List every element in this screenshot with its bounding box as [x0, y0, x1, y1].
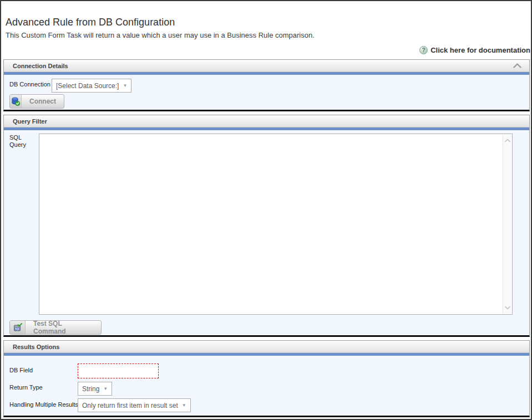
- handling-multiple-results-select[interactable]: Only return first item in result set ▼: [78, 398, 191, 412]
- db-field-input[interactable]: [78, 363, 159, 378]
- chevron-down-icon: ▼: [182, 403, 186, 408]
- return-type-select[interactable]: String ▼: [78, 382, 112, 396]
- results-options-title: Results Options: [4, 344, 59, 350]
- advanced-rule-config-window: Advanced Rule from DB Configuration This…: [0, 0, 532, 420]
- sql-query-label-line1: SQL: [9, 134, 22, 141]
- sql-test-check-icon: SQL: [10, 321, 26, 334]
- sql-query-label-line2: Query: [9, 141, 26, 148]
- section-connection-details: Connection Details DB Connection [Select…: [3, 59, 530, 111]
- chevron-down-icon: ▼: [123, 83, 127, 88]
- db-field-label: DB Field: [9, 367, 33, 374]
- connect-button[interactable]: Connect: [9, 94, 64, 109]
- vertical-scrollbar[interactable]: [503, 135, 511, 314]
- page-subtitle: This Custom Form Task will return a valu…: [6, 31, 315, 39]
- test-sql-command-button[interactable]: SQL Test SQL Command: [9, 320, 102, 335]
- handling-selected-value: Only return first item in result set: [82, 402, 178, 409]
- query-filter-header: Query Filter: [4, 115, 529, 127]
- results-options-header: Results Options: [4, 341, 529, 353]
- sql-query-input[interactable]: [39, 134, 512, 314]
- connection-details-header: Connection Details: [4, 60, 529, 72]
- query-filter-title: Query Filter: [4, 118, 47, 125]
- section-query-filter: Query Filter SQL Query: [3, 115, 530, 337]
- return-type-label: Return Type: [9, 384, 43, 391]
- help-icon: ?: [419, 46, 428, 54]
- chevron-down-icon: ▼: [103, 386, 108, 391]
- collapse-chevron-up-icon[interactable]: [513, 63, 521, 68]
- db-connection-select[interactable]: [Select Data Source:] ▼: [52, 79, 131, 93]
- svg-text:SQL: SQL: [15, 327, 20, 330]
- test-sql-command-button-label: Test SQL Command: [26, 321, 101, 334]
- sql-query-label: SQL Query: [9, 134, 26, 148]
- documentation-link[interactable]: ? Click here for documentation: [419, 44, 530, 55]
- page-title: Advanced Rule from DB Configuration: [6, 17, 175, 28]
- handling-multiple-results-label: Handling Multiple Results: [9, 401, 78, 408]
- db-connection-selected-value: [Select Data Source:]: [56, 82, 119, 90]
- scroll-down-icon[interactable]: [505, 306, 510, 310]
- return-type-selected-value: String: [82, 385, 99, 393]
- database-check-icon: [10, 95, 22, 108]
- section-results-options: Results Options DB Field Return Type Str…: [3, 340, 530, 417]
- sql-query-textarea-frame: [39, 134, 513, 315]
- documentation-link-label: Click here for documentation: [430, 46, 530, 54]
- db-connection-label: DB Connection: [9, 81, 50, 88]
- connect-button-label: Connect: [22, 95, 64, 108]
- connection-details-title: Connection Details: [4, 63, 68, 69]
- scroll-up-icon[interactable]: [505, 139, 510, 142]
